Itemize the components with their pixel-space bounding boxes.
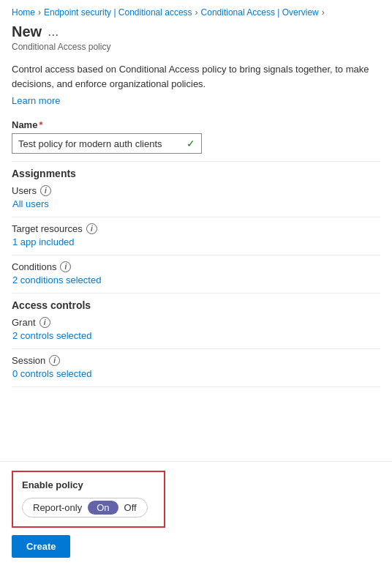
target-resources-value[interactable]: 1 app included — [12, 236, 75, 247]
toggle-on[interactable]: On — [88, 501, 118, 515]
enable-policy-label: Enable policy — [22, 479, 155, 490]
main-content: New ... Conditional Access policy Contro… — [0, 23, 392, 503]
breadcrumb-endpoint[interactable]: Endpoint security | Conditional access — [44, 7, 192, 18]
assignments-title: Assignments — [12, 168, 380, 179]
check-icon: ✓ — [186, 138, 195, 149]
conditions-block: Conditions i 2 conditions selected — [12, 261, 380, 285]
page-subtitle: Conditional Access policy — [12, 42, 380, 52]
breadcrumb-sep-2: › — [195, 7, 198, 18]
users-value[interactable]: All users — [12, 198, 49, 209]
toggle-report-only[interactable]: Report-only — [27, 501, 88, 515]
target-resources-info-icon[interactable]: i — [86, 223, 97, 234]
breadcrumb: Home › Endpoint security | Conditional a… — [0, 0, 392, 23]
policy-toggle: Report-only On Off — [22, 498, 148, 517]
toggle-off[interactable]: Off — [118, 501, 143, 515]
divider-5 — [12, 348, 380, 349]
grant-value[interactable]: 2 controls selected — [12, 330, 91, 341]
divider-4 — [12, 293, 380, 294]
divider-6 — [12, 386, 380, 387]
users-block: Users i All users — [12, 185, 380, 209]
more-options-button[interactable]: ... — [48, 24, 59, 40]
conditions-info-icon[interactable]: i — [60, 261, 71, 272]
grant-info-icon[interactable]: i — [39, 317, 50, 328]
page-description: Control access based on Conditional Acce… — [12, 62, 380, 91]
enable-policy-box: Enable policy Report-only On Off — [12, 471, 165, 528]
name-input-container: ✓ — [12, 133, 202, 154]
grant-label: Grant — [12, 317, 36, 328]
target-resources-block: Target resources i 1 app included — [12, 223, 380, 247]
conditions-label: Conditions — [12, 261, 56, 272]
users-info-icon[interactable]: i — [40, 185, 51, 196]
create-button[interactable]: Create — [12, 535, 70, 558]
required-indicator: * — [39, 119, 42, 130]
access-controls-title: Access controls — [12, 299, 380, 311]
name-field-label: Name* — [12, 119, 380, 130]
divider-1 — [12, 161, 380, 162]
breadcrumb-ca[interactable]: Conditional Access | Overview — [201, 7, 319, 18]
session-info-icon[interactable]: i — [49, 355, 60, 366]
session-value[interactable]: 0 controls selected — [12, 368, 91, 379]
divider-2 — [12, 217, 380, 217]
session-block: Session i 0 controls selected — [12, 355, 380, 379]
session-label: Session — [12, 355, 45, 366]
breadcrumb-home[interactable]: Home — [12, 7, 35, 18]
bottom-panel: Enable policy Report-only On Off Create — [0, 461, 392, 568]
breadcrumb-sep-3: › — [322, 7, 325, 18]
conditions-value[interactable]: 2 conditions selected — [12, 274, 101, 285]
target-resources-label: Target resources — [12, 223, 83, 234]
users-label: Users — [12, 185, 37, 196]
name-input[interactable] — [18, 138, 186, 149]
breadcrumb-sep-1: › — [38, 7, 41, 18]
grant-block: Grant i 2 controls selected — [12, 317, 380, 341]
divider-3 — [12, 255, 380, 255]
page-title: New — [12, 23, 42, 40]
learn-more-link[interactable]: Learn more — [12, 95, 380, 106]
